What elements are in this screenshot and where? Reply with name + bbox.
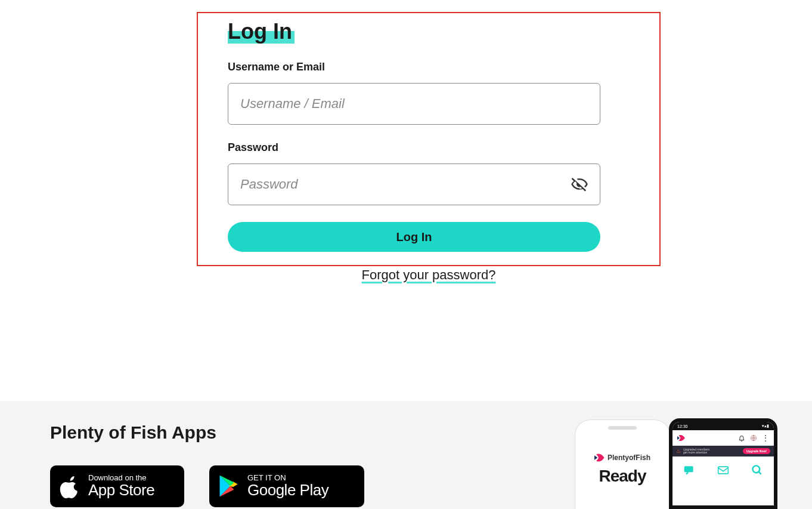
google-play-badge[interactable]: GET IT ON Google Play [209,465,364,507]
phone-notch [608,426,637,430]
google-play-text: GET IT ON Google Play [247,474,328,499]
username-input[interactable] [228,83,600,125]
globe-icon [750,434,757,442]
password-input[interactable] [228,164,600,205]
google-play-icon [219,474,240,498]
forgot-password-wrap: Forgot your password? [197,267,661,283]
apps-section: Plenty of Fish Apps Download on the App … [0,401,812,509]
login-form-container: Log In Username or Email Password Log In [197,12,661,266]
android-time: 12:30 [677,424,688,428]
googleplay-large-text: Google Play [247,482,328,499]
app-store-badge[interactable]: Download on the App Store [50,465,184,507]
appstore-large-text: App Store [88,482,154,499]
username-label: Username or Email [228,61,630,73]
banner-text-wrap: Upgraded members get more attention [681,448,743,454]
login-button[interactable]: Log In [228,222,600,252]
password-wrapper [228,164,600,205]
mail-icon [717,464,729,476]
password-label: Password [228,141,630,154]
username-field-group: Username or Email [228,61,630,125]
ready-text: Ready [575,467,670,486]
app-store-text: Download on the App Store [88,474,154,499]
banner-line2: get more attention [683,451,743,454]
search-icon [751,464,763,476]
pof-brand-text: PlentyofFish [608,454,650,462]
chat-icon [683,464,695,476]
header-icons: ⋮ [738,434,769,442]
toggle-password-visibility-icon[interactable] [571,175,588,193]
flame-icon: ♨ [676,448,681,454]
menu-dots-icon: ⋮ [762,434,769,442]
phone-mockup-android: 12:30 ▾▴▮ ⋮ ♨ Upgraded members get mor [669,418,777,509]
android-screen: 12:30 ▾▴▮ ⋮ ♨ Upgraded members get mor [672,422,774,505]
svg-rect-1 [684,466,693,472]
android-status-bar: 12:30 ▾▴▮ [672,422,774,430]
fish-icon [594,454,605,462]
phone-mockup-ios: PlentyofFish Ready [575,419,670,509]
phone-mockups: PlentyofFish Ready 12:30 ▾▴▮ ⋮ [575,414,777,509]
nav-icons-row [672,461,774,479]
password-field-group: Password [228,141,630,205]
login-title: Log In [228,19,295,44]
bell-icon [738,434,745,442]
signal-icons: ▾▴▮ [762,424,769,428]
fish-icon [677,434,686,442]
upgrade-button: Upgrade Now! [743,448,770,454]
forgot-password-link[interactable]: Forgot your password? [362,267,496,282]
pof-logo-row: PlentyofFish [575,454,670,462]
svg-point-3 [752,466,760,473]
android-app-header: ⋮ [672,430,774,446]
upgrade-banner: ♨ Upgraded members get more attention Up… [672,446,774,456]
svg-rect-2 [718,467,729,474]
apple-icon [60,474,81,498]
